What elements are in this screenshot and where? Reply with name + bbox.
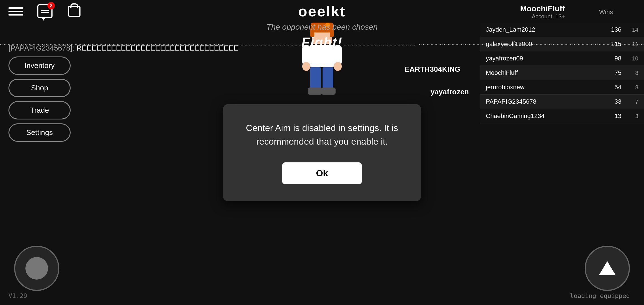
ok-button[interactable]: Ok <box>282 162 362 184</box>
modal-message: Center Aim is disabled in settings. It i… <box>246 121 398 148</box>
modal-overlay: Center Aim is disabled in settings. It i… <box>0 0 644 305</box>
modal-dialog: Center Aim is disabled in settings. It i… <box>223 104 421 201</box>
